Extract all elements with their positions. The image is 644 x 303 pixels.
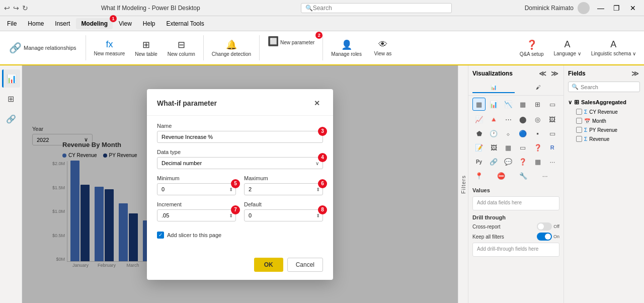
field-month[interactable]: 📅 Month xyxy=(566,116,642,125)
viz-panel-collapse-left[interactable]: ≪ xyxy=(537,68,547,79)
new-table-button[interactable]: ⊞ New table xyxy=(131,34,161,62)
viz-icon-stacked-bar[interactable]: 📊 xyxy=(487,98,500,111)
sidebar-item-report[interactable]: 📊 xyxy=(2,69,20,88)
refresh-icon[interactable]: ↻ xyxy=(22,4,28,12)
revenue-checkbox[interactable] xyxy=(576,136,582,142)
viz-icon-matrix[interactable]: ⊞ xyxy=(531,98,544,111)
viz-icon-donut[interactable]: ◎ xyxy=(531,113,544,126)
viz-panel-expand-right[interactable]: ≫ xyxy=(549,68,559,79)
new-measure-button[interactable]: fx New measure xyxy=(90,34,129,62)
dialog-close-button[interactable]: ✕ xyxy=(311,97,323,109)
manage-roles-button[interactable]: 👤 Manage roles xyxy=(327,34,366,62)
cross-report-toggle[interactable] xyxy=(537,222,552,231)
cy-revenue-checkbox[interactable] xyxy=(576,109,582,115)
undo-icon[interactable]: ↩ xyxy=(4,4,10,12)
dialog-title: What-if parameter xyxy=(157,99,217,107)
viz-icon-more[interactable]: ··· xyxy=(546,155,559,168)
viz-icon-python[interactable]: Py xyxy=(472,155,486,168)
title-search-box[interactable]: 🔍 xyxy=(301,3,452,13)
new-parameter-button[interactable]: 🔲 New parameter 2 xyxy=(264,34,318,62)
view-as-button[interactable]: 👁 View as xyxy=(368,34,398,62)
title-search-input[interactable] xyxy=(313,5,447,12)
viz-icon-paginated[interactable]: ▦ xyxy=(531,155,544,168)
sidebar-item-data[interactable]: ⊞ xyxy=(2,90,20,108)
field-py-revenue[interactable]: Σ PY Revenue xyxy=(566,125,642,134)
viz-icon-gauge[interactable]: 🕐 xyxy=(487,127,500,140)
field-cy-revenue[interactable]: Σ CY Revenue xyxy=(566,107,642,116)
maximize-button[interactable]: ❐ xyxy=(610,1,624,15)
maximum-input[interactable] xyxy=(244,183,323,195)
viz-icon-kpi[interactable]: 📝 xyxy=(472,141,486,154)
viz-icon-custom-4[interactable]: ··· xyxy=(538,169,551,182)
viz-icon-slicer[interactable]: ▦ xyxy=(502,141,515,154)
menu-modeling[interactable]: Modeling 1 xyxy=(76,18,113,29)
viz-icon-qna[interactable]: ❓ xyxy=(531,141,544,154)
drill-fields-drop-area[interactable]: Add drill-through fields here xyxy=(472,243,559,257)
viz-icon-treemap[interactable]: 🖼 xyxy=(546,113,559,126)
py-revenue-checkbox[interactable] xyxy=(576,127,582,133)
search-icon: 🔍 xyxy=(305,5,313,12)
menu-help[interactable]: Help xyxy=(138,18,160,29)
viz-icon-multi-row-card[interactable]: ▭ xyxy=(516,141,529,154)
viz-icon-pie[interactable]: ⬤ xyxy=(516,113,529,126)
viz-icon-shape-map[interactable]: ▭ xyxy=(546,127,559,140)
viz-icon-line-bar[interactable]: 📉 xyxy=(502,98,515,111)
menu-external-tools[interactable]: External Tools xyxy=(162,18,209,29)
viz-panel-title: Visualizations xyxy=(472,70,513,77)
data-type-select[interactable]: Decimal number Whole number Fixed decima… xyxy=(157,157,323,169)
default-field: Default ⬍ 8 xyxy=(244,201,323,221)
dialog-body: Name 3 Data type Decimal number xyxy=(147,116,333,253)
viz-icon-line[interactable]: 📈 xyxy=(472,113,486,126)
name-input[interactable] xyxy=(157,131,323,143)
linguistic-schema-button[interactable]: A Linguistic schema ∨ xyxy=(587,34,640,62)
viz-icon-custom-1[interactable]: 📍 xyxy=(472,169,486,182)
values-drop-area[interactable]: Add data fields here xyxy=(472,196,559,210)
add-slicer-checkbox[interactable]: ✓ xyxy=(157,232,164,239)
viz-icon-map[interactable]: 🔵 xyxy=(516,127,529,140)
increment-input[interactable] xyxy=(157,209,236,221)
viz-icon-card[interactable]: ▭ xyxy=(546,98,559,111)
language-button[interactable]: A Language ∨ xyxy=(549,34,585,62)
field-revenue[interactable]: Σ Revenue xyxy=(566,134,642,143)
viz-icon-area[interactable]: 🔺 xyxy=(487,113,500,126)
minimum-input[interactable] xyxy=(157,183,236,195)
fields-panel-expand[interactable]: ≫ xyxy=(630,68,640,79)
ok-button[interactable]: OK xyxy=(254,258,283,272)
viz-icon-waterfall[interactable]: ⬟ xyxy=(472,127,486,140)
viz-icon-funnel[interactable]: ⬦ xyxy=(502,127,515,140)
manage-relationships-button[interactable]: 🔗 Manage relationships xyxy=(4,34,82,62)
tab-build-visual[interactable]: 📊 xyxy=(472,83,515,93)
close-button[interactable]: ✕ xyxy=(626,1,640,15)
menu-view[interactable]: View xyxy=(114,18,137,29)
change-detection-button[interactable]: 🔔 Change detection xyxy=(208,34,255,62)
viz-icon-filled-map[interactable]: ▪ xyxy=(531,127,544,140)
keep-filters-toggle[interactable] xyxy=(537,233,552,241)
tab-format[interactable]: 🖌 xyxy=(518,83,560,93)
viz-icon-key-influencers[interactable]: ❓ xyxy=(516,155,529,168)
viz-icon-decomp-tree[interactable]: 💬 xyxy=(502,155,515,168)
minimize-button[interactable]: — xyxy=(594,1,608,15)
redo-icon[interactable]: ↪ xyxy=(13,4,19,12)
new-column-button[interactable]: ⊟ New column xyxy=(164,34,199,62)
py-revenue-icon: Σ xyxy=(584,127,587,133)
viz-icons-grid-4: 📝 🖼 ▦ ▭ ❓ R xyxy=(468,141,564,155)
qa-setup-button[interactable]: ❓ Q&A setup xyxy=(516,34,548,62)
filters-panel[interactable]: Filters xyxy=(458,65,468,303)
viz-icon-scatter[interactable]: ⋯ xyxy=(502,113,515,126)
viz-icon-custom-2[interactable]: ⛔ xyxy=(495,169,508,182)
fields-group-sales-aggregated[interactable]: ∨ ⊞ SalesAggregated xyxy=(566,97,642,107)
fields-search-input[interactable] xyxy=(581,84,636,90)
default-input[interactable] xyxy=(244,209,323,221)
menu-home[interactable]: Home xyxy=(23,18,49,29)
viz-icon-image[interactable]: 🖼 xyxy=(487,141,500,154)
month-checkbox[interactable] xyxy=(576,118,582,124)
menu-file[interactable]: File xyxy=(2,18,22,29)
viz-icon-smart-narrative[interactable]: 🔗 xyxy=(487,155,500,168)
sidebar-item-model[interactable]: 🔗 xyxy=(2,110,20,128)
menu-insert[interactable]: Insert xyxy=(50,18,75,29)
viz-icon-table[interactable]: ▦ xyxy=(516,98,529,111)
viz-icon-r-script[interactable]: R xyxy=(546,141,559,154)
cancel-button[interactable]: Cancel xyxy=(287,258,323,272)
viz-icon-custom-3[interactable]: 🔧 xyxy=(517,169,530,182)
viz-icon-bar-chart[interactable]: ▦ xyxy=(472,98,486,111)
